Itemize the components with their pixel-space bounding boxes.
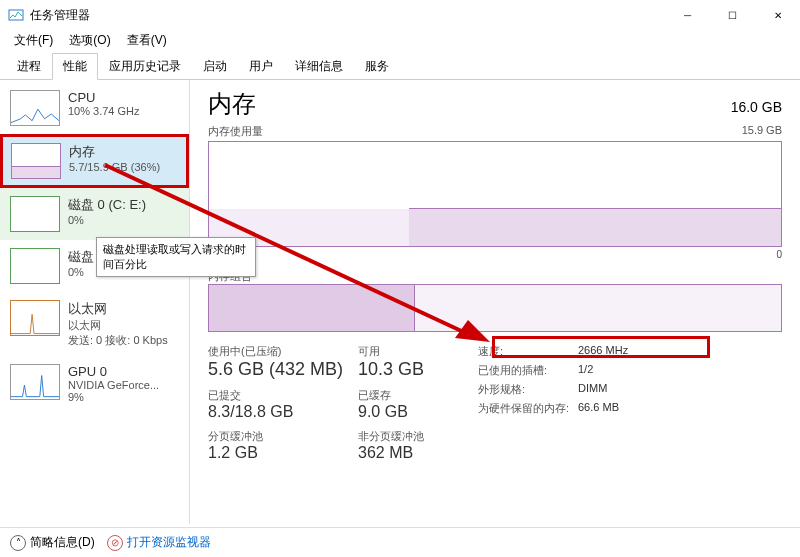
sidebar-item-disk0[interactable]: 磁盘 0 (C: E:)0% [0,188,189,240]
axis-0: 0 [776,249,782,263]
total-memory: 16.0 GB [731,99,782,115]
memory-composition-chart [208,284,782,332]
nonpaged-label: 非分页缓冲池 [358,429,478,444]
gpu-thumb [10,364,60,400]
content: CPU10% 3.74 GHz 内存5.7/15.9 GB (36%) 磁盘 0… [0,80,800,524]
chevron-up-icon: ˄ [10,535,26,551]
cpu-thumb [10,90,60,126]
avail-value: 10.3 GB [358,359,478,380]
sidebar-item-ethernet[interactable]: 以太网以太网发送: 0 接收: 0 Kbps [0,292,189,356]
memory-usage-chart [208,141,782,247]
disk0-sub: 0% [68,214,146,226]
window-controls: ─ ☐ ✕ [665,0,800,30]
cached-label: 已缓存 [358,388,478,403]
open-resource-monitor-link[interactable]: ⊘打开资源监视器 [107,534,211,551]
tab-processes[interactable]: 进程 [6,53,52,80]
disk0-thumb [10,196,60,232]
reserved-value: 66.6 MB [578,401,619,416]
sidebar-item-gpu[interactable]: GPU 0NVIDIA GeForce...9% [0,356,189,411]
maximize-button[interactable]: ☐ [710,0,755,30]
app-icon [8,7,24,23]
page-title: 内存 [208,88,256,120]
gpu-title: GPU 0 [68,364,159,379]
paged-label: 分页缓冲池 [208,429,358,444]
menubar: 文件(F) 选项(O) 查看(V) [0,30,800,50]
menu-file[interactable]: 文件(F) [6,30,61,51]
slots-value: 1/2 [578,363,593,378]
gpu-sub1: NVIDIA GeForce... [68,379,159,391]
usage-max: 15.9 GB [742,124,782,139]
tabs: 进程 性能 应用历史记录 启动 用户 详细信息 服务 [0,52,800,80]
avail-label: 可用 [358,344,478,359]
eth-thumb [10,300,60,336]
eth-sub1: 以太网 [68,318,168,333]
disk0-title: 磁盘 0 (C: E:) [68,196,146,214]
main-panel: 内存 16.0 GB 内存使用量15.9 GB 60 秒0 内存组合 使用中(已… [190,80,800,524]
tab-history[interactable]: 应用历史记录 [98,53,192,80]
memory-thumb [11,143,61,179]
tooltip: 磁盘处理读取或写入请求的时间百分比 [96,237,256,277]
memory-sub: 5.7/15.9 GB (36%) [69,161,160,173]
menu-view[interactable]: 查看(V) [119,30,175,51]
form-key: 外形规格: [478,382,578,397]
slots-key: 已使用的插槽: [478,363,578,378]
tab-startup[interactable]: 启动 [192,53,238,80]
minimize-button[interactable]: ─ [665,0,710,30]
cached-value: 9.0 GB [358,403,478,421]
titlebar: 任务管理器 ─ ☐ ✕ [0,0,800,30]
used-value: 5.6 GB (432 MB) [208,359,358,380]
cpu-sub: 10% 3.74 GHz [68,105,140,117]
form-value: DIMM [578,382,607,397]
disk1-thumb [10,248,60,284]
memory-title: 内存 [69,143,160,161]
used-label: 使用中(已压缩) [208,344,358,359]
stats: 使用中(已压缩) 5.6 GB (432 MB) 已提交 8.3/18.8 GB… [208,344,782,470]
window-title: 任务管理器 [30,7,665,24]
speed-value: 2666 MHz [578,344,628,359]
monitor-icon: ⊘ [107,535,123,551]
nonpaged-value: 362 MB [358,444,478,462]
brief-info-button[interactable]: ˄简略信息(D) [10,534,95,551]
usage-label: 内存使用量 [208,124,263,139]
commit-value: 8.3/18.8 GB [208,403,358,421]
eth-title: 以太网 [68,300,168,318]
commit-label: 已提交 [208,388,358,403]
reserved-key: 为硬件保留的内存: [478,401,578,416]
speed-key: 速度: [478,344,578,359]
tab-performance[interactable]: 性能 [52,53,98,80]
paged-value: 1.2 GB [208,444,358,462]
cpu-title: CPU [68,90,140,105]
sidebar: CPU10% 3.74 GHz 内存5.7/15.9 GB (36%) 磁盘 0… [0,80,190,524]
eth-sub2: 发送: 0 接收: 0 Kbps [68,333,168,348]
sidebar-item-cpu[interactable]: CPU10% 3.74 GHz [0,82,189,134]
footer: ˄简略信息(D) ⊘打开资源监视器 [0,527,800,557]
tab-users[interactable]: 用户 [238,53,284,80]
tab-details[interactable]: 详细信息 [284,53,354,80]
menu-options[interactable]: 选项(O) [61,30,118,51]
close-button[interactable]: ✕ [755,0,800,30]
tab-services[interactable]: 服务 [354,53,400,80]
gpu-sub2: 9% [68,391,159,403]
sidebar-item-memory[interactable]: 内存5.7/15.9 GB (36%) [0,134,189,188]
